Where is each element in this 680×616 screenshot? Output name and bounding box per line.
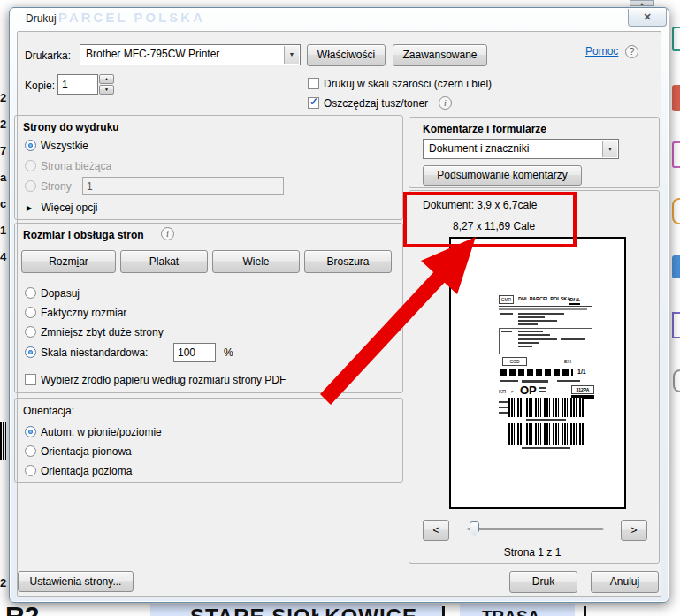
printer-select[interactable]: Brother MFC-795CW Printer ▼ [80,44,301,65]
label-text-line [500,380,518,382]
label-text-line [518,338,557,340]
orientation-landscape-radio[interactable] [25,465,36,476]
print-button[interactable]: Druk [509,571,577,593]
label-cod-box: COD [502,357,527,366]
comments-select[interactable]: Dokument i znaczniki ▼ [423,139,619,159]
orientation-auto-label: Autom. w pionie/poziomie [41,426,162,438]
chevron-down-icon: ▼ [284,46,299,64]
expander-arrow-icon: ▶ [27,204,32,212]
size-button[interactable]: Rozmiar [21,250,116,273]
label-dash-strip [500,369,573,376]
shrink-radio[interactable] [25,326,36,338]
label-barcode-2 [508,423,584,445]
prev-page-button[interactable]: < [423,520,449,541]
label-text-line [518,342,539,344]
label-text-line [518,346,532,347]
fit-label: Dopasuj [41,287,80,300]
stepper-up-icon[interactable]: ▲ [99,74,114,84]
more-options-expander[interactable]: ▶ Więcej opcji [27,202,98,214]
bg-fragment: 1 [0,217,9,244]
next-page-button[interactable]: > [621,520,647,541]
bg-fragment: 2 [0,576,6,589]
advanced-button[interactable]: Zaawansowane [393,44,487,66]
pages-current-radio[interactable] [25,160,36,171]
sizing-heading: Rozmiar i obsługa stron [23,229,144,241]
multiple-button[interactable]: Wiele [212,250,300,273]
label-text-line [518,316,545,318]
bg-tool-icon-gray [673,369,680,392]
poster-button[interactable]: Plakat [120,250,208,273]
bg-tool-icon-red [672,85,680,111]
properties-button[interactable]: Właściwości [307,44,386,66]
label-exi-text: EXI [564,359,571,364]
pages-all-label: Wszystkie [41,140,88,152]
page-count-label: Strona 1 z 1 [413,546,652,559]
paper-source-label: Wybierz źródło papieru według rozmiaru s… [41,374,286,386]
comments-summary-button[interactable]: Podsumowanie komentarzy [423,165,582,186]
bg-tool-icon-green [672,27,680,51]
custom-scale-input[interactable] [173,343,216,362]
label-route-to: OP [520,384,537,397]
label-receiver-box [499,328,592,354]
size-button-label: Rozm [49,255,76,268]
help-link[interactable]: Pomoc [585,45,618,57]
pages-range-radio[interactable] [25,180,36,192]
bg-fragment: 7 [0,138,9,164]
sizing-info-icon[interactable]: i [161,227,174,240]
bg-scrollbar-up[interactable]: ▲ [630,0,654,6]
orientation-portrait-radio[interactable] [25,445,36,457]
label-rule [499,306,592,307]
percent-label: % [224,346,233,359]
copies-input[interactable] [57,74,98,95]
bg-fragment: 2 [0,111,9,138]
close-button[interactable]: ✕ [628,9,667,27]
pages-heading: Strony do wydruku [23,121,119,133]
grayscale-checkbox[interactable] [308,78,319,89]
fit-radio[interactable] [25,287,36,299]
bg-tool-icon-pink [672,141,680,168]
orientation-auto-radio[interactable] [25,426,36,437]
label-text-line [539,387,546,389]
printer-label: Drukarka: [25,49,71,62]
toner-saver-checkbox[interactable] [308,97,319,109]
pages-range-label: Strony [41,180,72,193]
custom-scale-radio[interactable] [25,346,36,358]
pages-current-label: Strona bieżąca [41,160,111,172]
more-options-label: Więcej opcji [42,202,98,214]
pages-all-radio[interactable] [25,140,36,151]
label-text-line [539,391,546,392]
bg-fragment: c [0,191,9,217]
label-barcode-caption [522,447,570,449]
actual-size-label: Faktyczny rozmiar [41,307,126,319]
copies-label: Kopie: [25,80,55,92]
bg-doc-text: STARE SIOŁKOWICE [190,605,417,616]
booklet-button[interactable]: Broszura [304,250,392,273]
label-page-badge: 1/1 [577,369,586,375]
paper-source-checkbox[interactable] [25,374,36,385]
label-text-line [499,308,587,310]
document-size-line2: 8,27 x 11,69 Cale [453,220,535,232]
help-icon[interactable]: ? [625,45,638,58]
label-text-line [561,338,585,340]
chevron-down-icon: ▼ [602,141,617,157]
titlebar-bleed-text: PARCEL POLSKA [58,10,205,25]
toner-info-icon[interactable]: i [439,96,452,110]
custom-scale-label: Skala niestandardowa: [41,346,148,359]
toner-saver-label: Oszczędzaj tusz/toner [324,97,428,110]
grayscale-label: Drukuj w skali szarości (czerń i biel) [324,78,492,90]
actual-size-radio[interactable] [25,307,36,318]
pages-range-input[interactable] [82,177,284,195]
stepper-down-icon[interactable]: ▼ [99,85,114,95]
size-button-label: ar [79,255,88,268]
page-setup-button[interactable]: Ustawienia strony... [18,571,134,592]
bg-fragment: 2 [0,85,9,111]
cancel-button[interactable]: Anuluj [591,571,659,593]
comments-select-value: Dokument i znaczniki [429,142,600,155]
label-title: DHL PARCEL POLSKA [518,296,570,301]
label-logo: DHL [569,297,580,305]
preview-slider[interactable] [467,528,604,530]
label-text-line [518,320,557,322]
copies-stepper[interactable]: ▲ ▼ [99,74,114,95]
label-route-from: KR - > [499,389,514,394]
label-text-line [518,334,550,336]
